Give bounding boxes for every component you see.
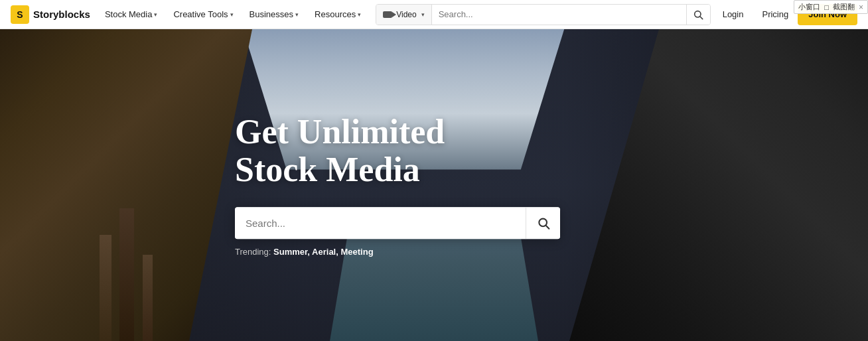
translation-divider: □: [824, 3, 829, 11]
video-icon: [383, 11, 392, 18]
chevron-down-icon: ▾: [154, 11, 157, 18]
nav-resources-label: Resources: [315, 9, 356, 19]
nav-businesses-label: Businesses: [250, 9, 293, 19]
top-search-button[interactable]: [686, 5, 710, 25]
login-button[interactable]: Login: [713, 4, 753, 25]
top-search-input[interactable]: [432, 5, 686, 25]
right-canyon-wall: [569, 29, 868, 341]
translation-close-button[interactable]: ×: [859, 3, 863, 12]
pricing-button[interactable]: Pricing: [755, 4, 795, 25]
chevron-down-icon: ▾: [295, 11, 299, 18]
trending-row: Trending: Summer, Aerial, Meeting: [235, 247, 567, 257]
translation-bar: 小窗口 □ 截图翻 ×: [794, 0, 868, 14]
hero-search-button[interactable]: [526, 208, 560, 239]
rock-formation: [119, 208, 134, 341]
hero-search-box: [235, 208, 560, 239]
hero-content: Get Unlimited Stock Media Trending: Summ…: [235, 113, 567, 257]
translation-label1[interactable]: 小窗口: [798, 2, 820, 12]
hero-title: Get Unlimited Stock Media: [235, 113, 567, 188]
nav-creative-tools-label: Creative Tools: [173, 9, 228, 19]
media-type-label: Video: [396, 10, 416, 19]
translation-label2[interactable]: 截图翻: [833, 2, 855, 12]
nav-stock-media-label: Stock Media: [105, 9, 153, 19]
nav-resources[interactable]: Resources ▾: [308, 0, 368, 29]
logo[interactable]: S Storyblocks: [11, 5, 90, 24]
chevron-down-icon: ▾: [358, 11, 361, 18]
media-type-selector[interactable]: Video ▾: [376, 5, 431, 25]
trending-links[interactable]: Summer, Aerial, Meeting: [273, 247, 374, 257]
nav-stock-media[interactable]: Stock Media ▾: [98, 0, 165, 29]
chevron-down-icon: ▾: [421, 11, 425, 18]
logo-icon: S: [11, 5, 29, 24]
trending-label: Trending:: [235, 247, 271, 257]
rock-formation: [100, 235, 111, 341]
svg-line-1: [700, 17, 703, 19]
hero-section: Get Unlimited Stock Media Trending: Summ…: [0, 29, 868, 341]
svg-line-3: [545, 226, 549, 229]
nav-businesses[interactable]: Businesses ▾: [243, 0, 305, 29]
nav-creative-tools[interactable]: Creative Tools ▾: [167, 0, 240, 29]
rock-formation: [143, 255, 153, 341]
chevron-down-icon: ▾: [230, 11, 234, 18]
hero-title-line1: Get Unlimited: [235, 113, 445, 151]
hero-search-input[interactable]: [235, 208, 526, 239]
search-icon: [537, 217, 550, 230]
search-icon: [693, 9, 703, 20]
top-search-area: Video ▾: [376, 4, 710, 25]
logo-text: Storyblocks: [33, 9, 90, 20]
navbar: S Storyblocks Stock Media ▾ Creative Too…: [0, 0, 868, 29]
hero-title-line2: Stock Media: [235, 151, 420, 189]
